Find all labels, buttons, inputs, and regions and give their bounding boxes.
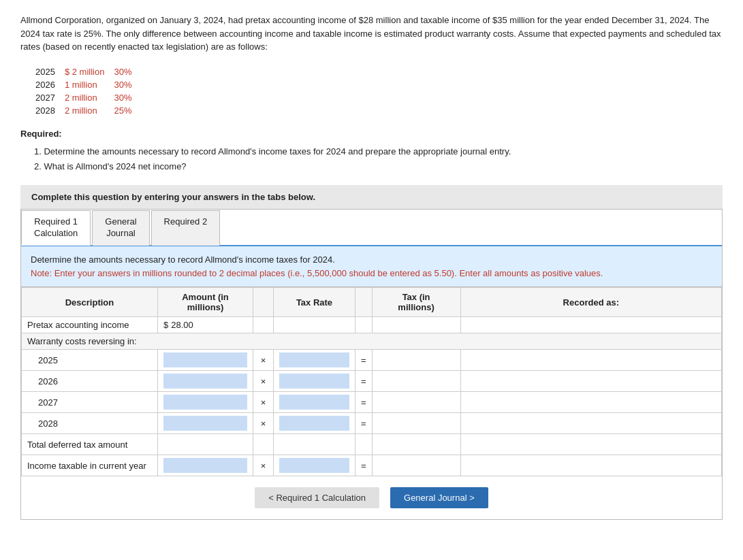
table-cell-amount — [158, 434, 253, 455]
table-cell-tax — [372, 371, 460, 392]
taxrate-input[interactable] — [279, 374, 349, 389]
taxrate-input[interactable] — [279, 416, 349, 431]
table-cell-op: × — [253, 455, 274, 476]
col-description: Description — [22, 288, 158, 317]
table-cell-desc: Total deferred tax amount — [22, 434, 158, 455]
calculation-table: Description Amount (inmillions) Tax Rate… — [21, 287, 722, 476]
table-cell-equals: = — [355, 350, 373, 371]
tax-rate: 30% — [114, 92, 140, 103]
table-cell-taxrate — [274, 350, 355, 371]
table-section-header: Warranty costs reversing in: — [22, 333, 722, 350]
table-cell-desc: 2026 — [22, 371, 158, 392]
table-cell-tax — [372, 317, 460, 333]
col-tax: Tax (inmillions) — [372, 288, 460, 317]
table-cell-tax — [372, 455, 460, 476]
table-cell-recorded — [460, 413, 721, 434]
tax-rate: 30% — [114, 66, 140, 78]
table-cell-recorded — [460, 455, 721, 476]
tax-input[interactable] — [378, 437, 455, 452]
tab-req2[interactable]: Required 2 — [151, 210, 221, 246]
bottom-nav: < Required 1 Calculation General Journal… — [21, 476, 722, 519]
tax-amount: 2 million — [65, 105, 113, 116]
prev-button[interactable]: < Required 1 Calculation — [255, 487, 379, 508]
taxrate-input[interactable] — [279, 395, 349, 410]
table-cell-equals: = — [355, 392, 373, 413]
col-equals — [355, 288, 373, 317]
table-cell-equals: = — [355, 371, 373, 392]
table-cell-desc: 2025 — [22, 350, 158, 371]
table-cell-amount — [158, 371, 253, 392]
next-button[interactable]: General Journal > — [390, 487, 488, 508]
table-cell-tax — [372, 350, 460, 371]
table-cell-equals — [355, 434, 373, 455]
tab-content: Determine the amounts necessary to recor… — [21, 246, 722, 519]
required-items: 1. Determine the amounts necessary to re… — [34, 144, 723, 174]
taxrate-input[interactable] — [279, 458, 349, 473]
recorded-input[interactable] — [467, 437, 716, 452]
table-cell-desc: Pretax accounting income — [22, 317, 158, 333]
table-cell-desc: 2027 — [22, 392, 158, 413]
table-cell-op: × — [253, 350, 274, 371]
table-cell-equals: = — [355, 455, 373, 476]
amount-input[interactable] — [163, 395, 247, 410]
table-cell-recorded — [460, 317, 721, 333]
table-cell-amount: $28.00 — [158, 317, 253, 333]
complete-box: Complete this question by entering your … — [20, 185, 723, 209]
table-cell-taxrate — [274, 434, 355, 455]
table-cell-desc: 2028 — [22, 413, 158, 434]
taxrate-input[interactable] — [279, 352, 349, 367]
tax-amount: 1 million — [65, 79, 113, 90]
amount-input[interactable] — [163, 374, 247, 389]
col-amount: Amount (inmillions) — [158, 288, 253, 317]
required-label: Required: — [20, 129, 723, 139]
tax-rate: 25% — [114, 105, 140, 116]
tax-amount: $ 2 million — [65, 66, 113, 78]
table-cell-taxrate — [274, 413, 355, 434]
tabs-container: Required 1CalculationGeneralJournalRequi… — [20, 209, 723, 521]
table-cell-tax — [372, 434, 460, 455]
instruction-line1: Determine the amounts necessary to recor… — [31, 253, 712, 267]
table-cell-op: × — [253, 371, 274, 392]
table-cell-amount — [158, 350, 253, 371]
tax-amount: 2 million — [65, 92, 113, 103]
table-cell-tax — [372, 413, 460, 434]
table-cell-amount — [158, 392, 253, 413]
table-cell-tax — [372, 392, 460, 413]
table-cell-taxrate — [274, 455, 355, 476]
tax-rate: 30% — [114, 79, 140, 90]
required-item-1: 1. Determine the amounts necessary to re… — [34, 144, 723, 159]
col-recorded: Recorded as: — [460, 288, 721, 317]
col-x — [253, 288, 274, 317]
table-cell-op: × — [253, 392, 274, 413]
amount-input[interactable] — [163, 416, 247, 431]
required-item-2: 2. What is Allmond's 2024 net income? — [34, 159, 723, 174]
table-cell-recorded — [460, 392, 721, 413]
table-cell-equals: = — [355, 413, 373, 434]
table-cell-taxrate — [274, 317, 355, 333]
tax-year: 2025 — [35, 66, 63, 78]
table-cell-op — [253, 434, 274, 455]
col-taxrate: Tax Rate — [274, 288, 355, 317]
table-cell-recorded — [460, 350, 721, 371]
tax-year: 2028 — [35, 105, 63, 116]
tax-year: 2027 — [35, 92, 63, 103]
instruction-box: Determine the amounts necessary to recor… — [21, 246, 722, 287]
tab-gj[interactable]: GeneralJournal — [92, 210, 149, 246]
tax-year: 2026 — [35, 79, 63, 90]
table-cell-amount — [158, 455, 253, 476]
intro-paragraph: Allmond Corporation, organized on Januar… — [20, 14, 723, 54]
instruction-line2: Note: Enter your answers in millions rou… — [31, 267, 712, 280]
table-cell-amount — [158, 413, 253, 434]
amount-input[interactable] — [163, 352, 247, 367]
table-cell-op: × — [253, 413, 274, 434]
tab-req1[interactable]: Required 1Calculation — [21, 210, 91, 246]
table-cell-taxrate — [274, 392, 355, 413]
table-cell-op — [253, 317, 274, 333]
tax-rates-table: 2025$ 2 million30%20261 million30%20272 … — [34, 65, 141, 118]
table-cell-recorded — [460, 371, 721, 392]
table-cell-recorded — [460, 434, 721, 455]
amount-input[interactable] — [163, 437, 247, 452]
amount-input[interactable] — [163, 458, 247, 473]
tabs-row: Required 1CalculationGeneralJournalRequi… — [21, 210, 722, 247]
table-cell-taxrate — [274, 371, 355, 392]
